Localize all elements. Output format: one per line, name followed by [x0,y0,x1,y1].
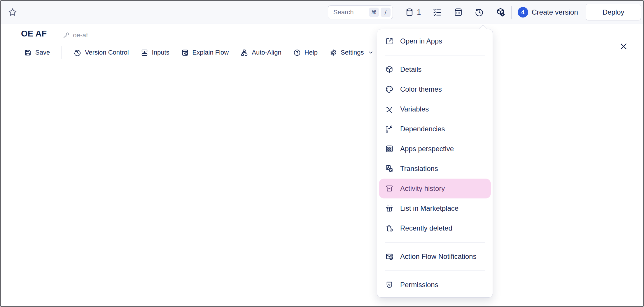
shield-icon [385,280,394,289]
app-settings-button[interactable] [496,7,505,17]
deploy-button[interactable]: Deploy [586,4,641,20]
menu-item-translations[interactable]: Translations [377,159,493,179]
create-version-label: Create version [532,8,578,16]
top-bar: ⌘ / 1 [1,1,643,24]
topbar-divider [511,6,512,19]
auto-align-icon [240,49,248,57]
menu-divider [385,271,485,271]
calendar-icon [454,8,463,17]
toolbar-divider [62,46,62,59]
external-link-icon [385,37,394,46]
flow-slug-text: oe-af [73,32,88,39]
cube-icon [385,65,394,74]
menu-item-recently-deleted[interactable]: Recently deleted [377,218,493,238]
translations-icon [385,164,394,173]
auto-align-label: Auto-Align [252,49,281,56]
flow-slug: oe-af [62,31,88,39]
menu-item-label: List in Marketplace [400,204,459,212]
explain-flow-icon [181,49,189,57]
help-button[interactable]: Help [293,49,318,57]
search-input[interactable] [333,8,367,16]
save-label: Save [35,49,50,56]
close-icon [619,42,628,51]
menu-item-dependencies[interactable]: Dependencies [377,119,493,139]
menu-divider [385,242,485,243]
shortcut-slash-badge: / [381,8,391,17]
database-count: 1 [417,8,421,16]
settings-gear-icon [329,49,337,57]
calendar-button[interactable] [454,8,463,17]
menu-item-permissions[interactable]: Permissions [377,275,493,295]
dependencies-icon [385,125,394,133]
help-label: Help [304,49,318,56]
version-control-button[interactable]: Version Control [74,49,129,57]
explain-flow-label: Explain Flow [192,49,229,56]
menu-item-action-flow-notifications[interactable]: Action Flow Notifications [377,247,493,266]
inputs-button[interactable]: Inputs [141,49,169,57]
menu-item-label: Apps perspective [400,145,454,153]
variables-icon [385,105,394,114]
favorite-star-button[interactable] [8,7,18,17]
archive-box-icon [385,184,394,193]
menu-item-color-themes[interactable]: Color themes [377,79,493,99]
menu-item-label: Permissions [400,281,438,289]
menu-item-activity-history[interactable]: Activity history [379,179,491,198]
settings-button[interactable]: Settings [329,49,374,57]
page-title: OE AF [21,29,47,39]
flow-header: OE AF oe-af Save [1,24,643,64]
settings-dropdown-menu: Open in Apps Details Color themes [377,29,493,298]
menu-item-label: Color themes [400,85,442,93]
database-count-button[interactable]: 1 [405,8,421,17]
auto-align-button[interactable]: Auto-Align [240,49,281,57]
shortcut-command-badge: ⌘ [369,8,379,17]
checklist-button[interactable] [433,8,442,17]
search-box[interactable]: ⌘ / [328,5,393,19]
star-icon [8,7,18,17]
top-bar-right: ⌘ / 1 [328,4,642,20]
key-icon [62,31,70,39]
menu-divider [385,55,485,55]
palette-icon [385,85,394,94]
create-version-button[interactable]: 4 Create version [518,7,578,18]
topbar-icon-row: 1 [405,7,505,17]
menu-item-label: Variables [400,105,429,113]
save-button[interactable]: Save [24,49,50,57]
inputs-icon [141,49,148,57]
checklist-icon [433,8,442,17]
explain-flow-button[interactable]: Explain Flow [181,49,229,57]
version-history-icon [74,49,81,57]
trash-restore-icon [385,224,394,233]
history-button[interactable] [475,8,484,17]
menu-item-label: Activity history [400,184,445,193]
menu-item-list-in-marketplace[interactable]: List in Marketplace [377,198,493,218]
mail-check-icon [385,252,394,261]
menu-item-apps-perspective[interactable]: Apps perspective [377,139,493,159]
menu-item-details[interactable]: Details [377,60,493,79]
database-icon [405,8,414,17]
version-count-badge: 4 [518,7,528,18]
menu-item-variables[interactable]: Variables [377,99,493,119]
toolbar: Save Version Control Inputs [24,46,374,59]
marketplace-box-icon [385,204,394,213]
history-clock-icon [475,8,484,17]
apps-grid-icon [385,144,394,153]
version-control-label: Version Control [85,49,129,56]
chevron-down-icon [368,49,374,56]
settings-label: Settings [341,49,364,56]
menu-item-open-in-apps[interactable]: Open in Apps [377,31,493,51]
topbar-divider [399,6,399,19]
help-icon [293,49,301,57]
close-button[interactable] [619,42,628,51]
menu-item-label: Dependencies [400,125,445,133]
inputs-label: Inputs [152,49,169,56]
menu-item-label: Recently deleted [400,224,452,232]
save-icon [24,49,32,57]
cube-gear-icon [496,7,505,17]
menu-item-label: Details [400,65,421,74]
app-window: ⌘ / 1 [0,0,644,307]
menu-item-label: Translations [400,165,438,173]
menu-item-label: Action Flow Notifications [400,252,476,261]
header-divider [605,37,605,56]
menu-item-label: Open in Apps [400,37,442,45]
